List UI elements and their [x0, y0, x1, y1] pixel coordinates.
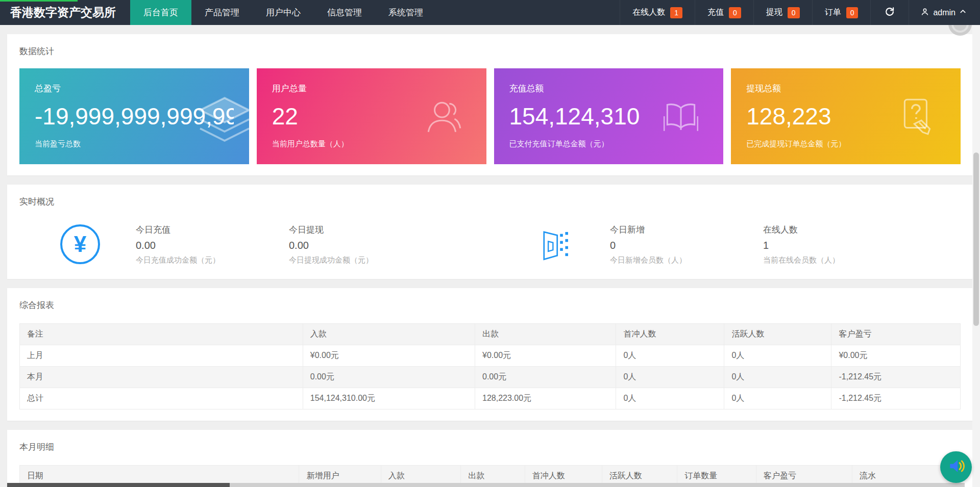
- nav-tab-products[interactable]: 产品管理: [191, 0, 253, 25]
- month-detail-title: 本月明细: [19, 441, 961, 453]
- chevron-up-icon: [959, 8, 967, 17]
- stat-sublabel: 今日充值成功金额（元）: [136, 255, 289, 265]
- cell: 0.00元: [303, 367, 475, 388]
- nav-orders-label: 订单: [825, 7, 841, 18]
- book-icon: [660, 95, 702, 137]
- orders-badge: 0: [846, 7, 859, 18]
- horizontal-scrollbar[interactable]: [7, 483, 965, 487]
- column-header: 入款: [303, 324, 475, 345]
- nav-recharge[interactable]: 充值 0: [695, 0, 753, 25]
- user-name: admin: [933, 8, 955, 17]
- users-icon: [423, 95, 465, 137]
- nav-orders[interactable]: 订单 0: [812, 0, 871, 25]
- withdraw-badge: 0: [788, 7, 800, 18]
- table-row: 总计 154,124,310.00元 128,223.00元 0人 0人 -1,…: [20, 388, 961, 409]
- stats-panel: 数据统计 总盈亏 -19,999,999,999,999 当前盈亏总数 用户总量…: [7, 34, 973, 175]
- cell: 上月: [20, 345, 303, 367]
- cell: 0人: [616, 345, 724, 367]
- top-nav: 香港数字资产交易所 后台首页 产品管理 用户中心 信息管理 系统管理 在线人数 …: [0, 0, 980, 25]
- card-label: 提现总额: [746, 83, 945, 94]
- cell: 0人: [616, 388, 724, 409]
- summary-report-panel: 综合报表 备注 入款 出款 首冲人数 活跃人数 客户盈亏 上月 ¥0.: [7, 288, 973, 421]
- card-total-withdraw: 提现总额 128,223 已完成提现订单总金额（元）: [731, 68, 961, 164]
- user-icon: [920, 7, 929, 18]
- nav-tab-dashboard[interactable]: 后台首页: [130, 0, 191, 25]
- cell: 0人: [724, 388, 831, 409]
- cell: ¥0.00元: [831, 345, 961, 367]
- refresh-button[interactable]: [870, 0, 909, 25]
- user-menu[interactable]: admin: [909, 0, 980, 25]
- stat-label: 今日新增: [610, 224, 763, 236]
- column-header: 客户盈亏: [831, 324, 961, 345]
- cell: 0人: [616, 367, 724, 388]
- recharge-badge: 0: [729, 7, 741, 18]
- stats-panel-title: 数据统计: [19, 45, 961, 57]
- nav-withdraw-label: 提现: [766, 7, 782, 18]
- brand-title: 香港数字资产交易所: [0, 0, 130, 25]
- building-icon: [536, 224, 574, 264]
- stat-value: 0.00: [289, 240, 442, 251]
- nav-withdraw[interactable]: 提现 0: [753, 0, 812, 25]
- nav-tab-information[interactable]: 信息管理: [314, 0, 375, 25]
- realtime-stat-online: 在线人数 1 当前在线会员数（人）: [763, 224, 916, 265]
- column-header: 备注: [20, 324, 303, 345]
- realtime-panel: 实时概况 ¥ 今日充值 0.00 今日充值成功金额（元） 今日提现 0.00 今…: [7, 185, 973, 279]
- cell: ¥0.00元: [475, 345, 616, 367]
- realtime-row: ¥ 今日充值 0.00 今日充值成功金额（元） 今日提现 0.00 今日提现成功…: [19, 221, 961, 268]
- stat-label: 今日充值: [136, 224, 289, 236]
- nav-tab-system[interactable]: 系统管理: [375, 0, 436, 25]
- nav-right-group: 在线人数 1 充值 0 提现 0 订单 0: [620, 0, 980, 25]
- card-total-recharge: 充值总额 154,124,310 已支付充值订单总金额（元）: [494, 68, 724, 164]
- cell: 总计: [20, 388, 303, 409]
- note-question-icon: [897, 95, 939, 137]
- stat-label: 今日提现: [289, 224, 442, 236]
- dashboard-content: 数据统计 总盈亏 -19,999,999,999,999 当前盈亏总数 用户总量…: [0, 34, 980, 487]
- stat-sublabel: 当前在线会员数（人）: [763, 255, 916, 265]
- column-header: 首冲人数: [616, 324, 724, 345]
- summary-report-title: 综合报表: [19, 299, 961, 311]
- card-sublabel: 已完成提现订单总金额（元）: [746, 139, 945, 149]
- stat-cards: 总盈亏 -19,999,999,999,999 当前盈亏总数 用户总量 22 当…: [19, 68, 961, 164]
- cell: 128,223.00元: [475, 388, 616, 409]
- card-sublabel: 当前用户总数量（人）: [272, 139, 471, 149]
- customer-service-button[interactable]: [940, 451, 972, 483]
- stat-sublabel: 今日提现成功金额（元）: [289, 255, 442, 265]
- stat-label: 在线人数: [763, 224, 916, 236]
- loading-progress-bar: [0, 0, 78, 2]
- layers-icon: [194, 93, 249, 155]
- refresh-icon: [884, 6, 895, 19]
- nav-online-label: 在线人数: [632, 7, 665, 18]
- horizontal-scrollbar-thumb[interactable]: [7, 483, 230, 487]
- stat-value: 0: [610, 240, 763, 251]
- cell: 0人: [724, 345, 831, 367]
- stat-value: 0.00: [136, 240, 289, 251]
- vertical-scrollbar[interactable]: [972, 25, 980, 487]
- cell: 0人: [724, 367, 831, 388]
- vertical-scrollbar-thumb[interactable]: [973, 152, 979, 326]
- online-count-badge: 1: [670, 7, 682, 18]
- realtime-stat-today-recharge: 今日充值 0.00 今日充值成功金额（元）: [136, 224, 289, 265]
- month-detail-panel: 本月明细 日期 新增用户 入款 出款 首冲人数 活跃人数 订单数量 客户盈亏 流…: [7, 430, 973, 487]
- cell: -1,212.45元: [831, 388, 961, 409]
- yen-circle-icon: ¥: [60, 224, 100, 264]
- stat-sublabel: 今日新增会员数（人）: [610, 255, 763, 265]
- cell: ¥0.00元: [303, 345, 475, 367]
- summary-report-table: 备注 入款 出款 首冲人数 活跃人数 客户盈亏 上月 ¥0.00元 ¥0.00元…: [19, 323, 961, 409]
- main-menu: 后台首页 产品管理 用户中心 信息管理 系统管理: [130, 0, 436, 25]
- card-label: 用户总量: [272, 83, 471, 94]
- nav-recharge-label: 充值: [707, 7, 724, 18]
- card-label: 充值总额: [509, 83, 708, 94]
- cell: 0.00元: [475, 367, 616, 388]
- card-total-profit: 总盈亏 -19,999,999,999,999 当前盈亏总数: [19, 68, 249, 164]
- speaker-icon: [947, 457, 965, 477]
- stat-value: 1: [763, 240, 916, 251]
- card-total-users: 用户总量 22 当前用户总数量（人）: [257, 68, 486, 164]
- card-sublabel: 已支付充值订单总金额（元）: [509, 139, 708, 149]
- nav-online-count[interactable]: 在线人数 1: [620, 0, 695, 25]
- nav-tab-users[interactable]: 用户中心: [253, 0, 314, 25]
- column-header: 活跃人数: [724, 324, 831, 345]
- column-header: 出款: [475, 324, 616, 345]
- table-row: 本月 0.00元 0.00元 0人 0人 -1,212.45元: [20, 367, 961, 388]
- realtime-stat-today-new: 今日新增 0 今日新增会员数（人）: [610, 224, 763, 265]
- table-header-row: 备注 入款 出款 首冲人数 活跃人数 客户盈亏: [20, 324, 961, 345]
